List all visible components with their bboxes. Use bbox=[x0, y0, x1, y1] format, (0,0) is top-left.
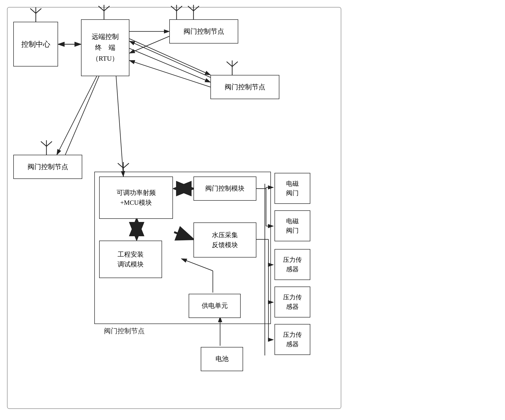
svg-line-16 bbox=[177, 6, 182, 11]
control-center-box: 控制中心 bbox=[13, 22, 58, 66]
valve-node-mid-label: 阀门控制节点 bbox=[225, 82, 265, 92]
svg-line-32 bbox=[123, 163, 129, 168]
pressure-sensor-1-label: 压力传感器 bbox=[283, 255, 302, 274]
battery-label: 电池 bbox=[215, 354, 229, 364]
valve-control-node-area-label: 阀门控制节点 bbox=[104, 326, 145, 336]
svg-line-60 bbox=[129, 39, 210, 75]
battery-box: 电池 bbox=[201, 347, 243, 371]
svg-line-39 bbox=[57, 76, 97, 155]
svg-line-14 bbox=[171, 6, 177, 11]
rtu-label: 远端控制终 端（RTU） bbox=[92, 31, 119, 64]
svg-line-36 bbox=[129, 48, 210, 82]
svg-line-30 bbox=[118, 163, 123, 168]
engineering-module-label: 工程安装调试模块 bbox=[118, 250, 144, 269]
svg-line-37 bbox=[129, 60, 210, 87]
valve-control-module-label: 阀门控制模块 bbox=[205, 184, 245, 193]
svg-line-61 bbox=[129, 41, 210, 77]
svg-line-26 bbox=[41, 141, 46, 146]
svg-line-12 bbox=[104, 6, 110, 11]
svg-line-28 bbox=[46, 141, 52, 146]
power-supply-box: 供电单元 bbox=[189, 294, 241, 318]
em-valve-1-box: 电磁阀门 bbox=[275, 173, 310, 204]
svg-line-38 bbox=[116, 76, 123, 177]
main-module-box: 可调功率射频+MCU模块 bbox=[99, 177, 173, 219]
em-valve-2-label: 电磁阀门 bbox=[286, 216, 299, 235]
pressure-sensor-1-box: 压力传感器 bbox=[275, 249, 310, 280]
pressure-sensor-3-label: 压力传感器 bbox=[283, 330, 302, 349]
valve-node-left-label: 阀门控制节点 bbox=[28, 162, 68, 171]
diagram: 控制中心 远端控制终 端（RTU） 阀门控制节点 阀门控制节点 阀门控制节点 可… bbox=[0, 0, 505, 420]
valve-control-module-box: 阀门控制模块 bbox=[193, 177, 256, 201]
engineering-module-box: 工程安装调试模块 bbox=[99, 241, 162, 278]
valve-node-left-box: 阀门控制节点 bbox=[13, 155, 82, 179]
valve-node-mid-box: 阀门控制节点 bbox=[210, 75, 279, 99]
power-supply-label: 供电单元 bbox=[202, 301, 228, 310]
pressure-sensor-2-label: 压力传感器 bbox=[283, 293, 302, 311]
svg-line-40 bbox=[65, 70, 102, 155]
pressure-sensor-2-box: 压力传感器 bbox=[275, 287, 310, 317]
svg-line-10 bbox=[98, 6, 104, 11]
em-valve-1-label: 电磁阀门 bbox=[286, 179, 299, 198]
control-center-label: 控制中心 bbox=[21, 39, 50, 49]
svg-line-8 bbox=[36, 8, 41, 13]
valve-node-top-label: 阀门控制节点 bbox=[184, 27, 224, 36]
valve-node-top-box: 阀门控制节点 bbox=[169, 19, 238, 44]
em-valve-2-box: 电磁阀门 bbox=[275, 210, 310, 241]
svg-line-24 bbox=[232, 62, 238, 66]
water-pressure-label: 水压采集反馈模块 bbox=[212, 230, 238, 250]
rtu-box: 远端控制终 端（RTU） bbox=[81, 19, 129, 76]
pressure-sensor-3-box: 压力传感器 bbox=[275, 324, 310, 355]
water-pressure-box: 水压采集反馈模块 bbox=[193, 222, 256, 258]
svg-line-35 bbox=[129, 36, 169, 53]
svg-line-6 bbox=[30, 8, 36, 13]
svg-line-20 bbox=[193, 6, 199, 11]
main-module-label: 可调功率射频+MCU模块 bbox=[117, 188, 156, 207]
svg-line-18 bbox=[188, 6, 193, 11]
svg-line-22 bbox=[227, 62, 232, 66]
